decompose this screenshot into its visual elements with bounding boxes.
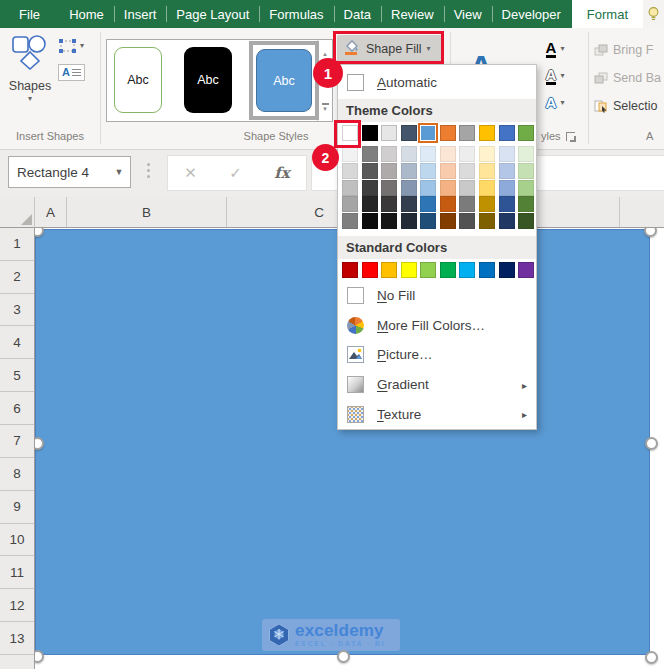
theme-color-variant-swatch[interactable]	[342, 196, 358, 212]
standard-color-swatch[interactable]	[362, 262, 378, 278]
standard-color-swatch[interactable]	[440, 262, 456, 278]
row-header-5[interactable]: 5	[0, 359, 34, 392]
bring-forward-button[interactable]: Bring F	[594, 38, 664, 62]
tab-file[interactable]: File	[0, 0, 59, 28]
theme-color-variant-swatch[interactable]	[518, 213, 534, 229]
tab-developer[interactable]: Developer	[492, 0, 571, 28]
theme-color-variant-swatch[interactable]	[479, 180, 495, 196]
standard-color-swatch[interactable]	[420, 262, 436, 278]
style-chip-3[interactable]: Abc	[256, 49, 312, 112]
theme-color-variant-swatch[interactable]	[420, 180, 436, 196]
tab-home[interactable]: Home	[59, 0, 114, 28]
theme-color-variant-swatch[interactable]	[518, 146, 534, 162]
select-all-corner[interactable]	[0, 197, 35, 228]
theme-color-variant-swatch[interactable]	[401, 163, 417, 179]
enter-button[interactable]: ✓	[229, 164, 242, 182]
theme-color-variant-swatch[interactable]	[459, 213, 475, 229]
column-header-a[interactable]: A	[35, 197, 67, 227]
text-outline-button[interactable]: A ▾	[534, 63, 576, 89]
row-header-10[interactable]: 10	[0, 524, 34, 557]
row-header-2[interactable]: 2	[0, 261, 34, 294]
tab-view[interactable]: View	[444, 0, 492, 28]
cancel-button[interactable]: ✕	[184, 164, 197, 182]
row-header-6[interactable]: 6	[0, 392, 34, 425]
row-header-3[interactable]: 3	[0, 294, 34, 327]
theme-color-variant-swatch[interactable]	[499, 180, 515, 196]
menu-item-more-fill-colors[interactable]: More Fill Colors…	[338, 311, 536, 341]
standard-color-swatch[interactable]	[381, 262, 397, 278]
row-header-1[interactable]: 1	[0, 228, 34, 261]
menu-item-automatic[interactable]: Automatic	[338, 67, 536, 98]
tab-insert[interactable]: Insert	[114, 0, 167, 28]
gallery-more-icon[interactable]: ▼	[318, 94, 332, 121]
theme-color-variant-swatch[interactable]	[362, 146, 378, 162]
shape-handle-mr[interactable]	[645, 437, 658, 450]
theme-color-variant-swatch[interactable]	[518, 180, 534, 196]
style-chip-1[interactable]: Abc	[114, 47, 162, 113]
text-fill-button[interactable]: A ▾	[534, 36, 576, 62]
theme-color-variant-swatch[interactable]	[440, 196, 456, 212]
shape-handle-bm[interactable]	[337, 650, 350, 663]
standard-color-swatch[interactable]	[401, 262, 417, 278]
theme-color-variant-swatch[interactable]	[362, 213, 378, 229]
theme-color-variant-swatch[interactable]	[420, 213, 436, 229]
row-header-9[interactable]: 9	[0, 491, 34, 524]
row-header-4[interactable]: 4	[0, 327, 34, 360]
theme-color-variant-swatch[interactable]	[459, 196, 475, 212]
menu-item-no-fill[interactable]: No Fill	[338, 281, 536, 311]
theme-color-swatch[interactable]	[499, 125, 515, 141]
theme-color-swatch[interactable]	[459, 125, 475, 141]
column-header-blank[interactable]	[620, 197, 664, 227]
theme-color-variant-swatch[interactable]	[401, 180, 417, 196]
theme-color-variant-swatch[interactable]	[362, 163, 378, 179]
formula-bar-drag-dots[interactable]	[147, 163, 150, 178]
theme-color-variant-swatch[interactable]	[440, 213, 456, 229]
shapes-button[interactable]: Shapes ▾	[4, 34, 56, 126]
tab-review[interactable]: Review	[381, 0, 444, 28]
theme-color-variant-swatch[interactable]	[420, 196, 436, 212]
theme-color-swatch[interactable]	[362, 125, 378, 141]
tell-me-lightbulb-icon[interactable]	[643, 0, 664, 28]
theme-color-variant-swatch[interactable]	[342, 146, 358, 162]
theme-color-variant-swatch[interactable]	[401, 196, 417, 212]
theme-color-variant-swatch[interactable]	[440, 180, 456, 196]
theme-color-variant-swatch[interactable]	[459, 163, 475, 179]
name-box[interactable]: Rectangle 4 ▼	[8, 156, 131, 188]
theme-color-variant-swatch[interactable]	[479, 146, 495, 162]
theme-color-variant-swatch[interactable]	[420, 146, 436, 162]
theme-color-variant-swatch[interactable]	[381, 213, 397, 229]
row-header-13[interactable]: 13	[0, 622, 34, 655]
theme-color-variant-swatch[interactable]	[381, 196, 397, 212]
tab-formulas[interactable]: Formulas	[259, 0, 333, 28]
theme-color-variant-swatch[interactable]	[362, 180, 378, 196]
theme-color-swatch[interactable]	[479, 125, 495, 141]
theme-color-variant-swatch[interactable]	[440, 163, 456, 179]
insert-function-button[interactable]: fx	[274, 164, 289, 182]
theme-color-variant-swatch[interactable]	[499, 146, 515, 162]
row-header-partial[interactable]	[0, 655, 34, 669]
theme-color-variant-swatch[interactable]	[518, 196, 534, 212]
theme-color-variant-swatch[interactable]	[479, 196, 495, 212]
theme-color-swatch[interactable]	[420, 125, 436, 141]
standard-color-swatch[interactable]	[479, 262, 495, 278]
theme-color-variant-swatch[interactable]	[342, 213, 358, 229]
shape-handle-br[interactable]	[645, 651, 658, 664]
theme-color-swatch[interactable]	[381, 125, 397, 141]
theme-color-swatch[interactable]	[401, 125, 417, 141]
theme-color-swatch[interactable]	[440, 125, 456, 141]
dialog-launcher-icon[interactable]	[566, 132, 575, 141]
standard-color-swatch[interactable]	[459, 262, 475, 278]
text-box-button[interactable]: A	[58, 64, 85, 81]
standard-color-swatch[interactable]	[499, 262, 515, 278]
send-backward-button[interactable]: Send Ba	[594, 66, 664, 90]
theme-color-variant-swatch[interactable]	[401, 213, 417, 229]
theme-color-variant-swatch[interactable]	[499, 213, 515, 229]
theme-color-variant-swatch[interactable]	[362, 196, 378, 212]
theme-color-variant-swatch[interactable]	[381, 163, 397, 179]
theme-color-variant-swatch[interactable]	[479, 163, 495, 179]
column-header-b[interactable]: B	[67, 197, 227, 227]
text-effects-button[interactable]: A ▾	[534, 90, 576, 116]
theme-color-variant-swatch[interactable]	[479, 213, 495, 229]
theme-color-variant-swatch[interactable]	[499, 196, 515, 212]
chevron-down-icon[interactable]: ▼	[108, 167, 130, 177]
